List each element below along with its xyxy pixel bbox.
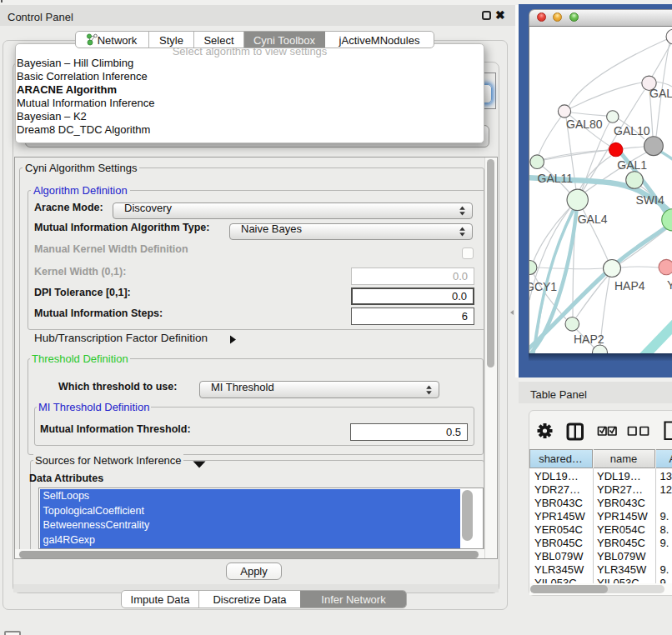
svg-text:Y: Y (667, 278, 672, 292)
svg-text:GCY1: GCY1 (529, 280, 557, 293)
svg-text:GAL10: GAL10 (614, 124, 650, 138)
svg-text:SWI4: SWI4 (636, 193, 664, 207)
svg-text:GAL1: GAL1 (617, 158, 647, 172)
svg-text:GAL7: GAL7 (649, 87, 672, 100)
svg-text:GAL80: GAL80 (566, 118, 603, 131)
svg-text:HAP2: HAP2 (574, 332, 604, 346)
svg-text:GAL11: GAL11 (538, 172, 574, 185)
svg-text:HAP4: HAP4 (614, 279, 645, 292)
svg-text:GAL4: GAL4 (578, 212, 608, 226)
